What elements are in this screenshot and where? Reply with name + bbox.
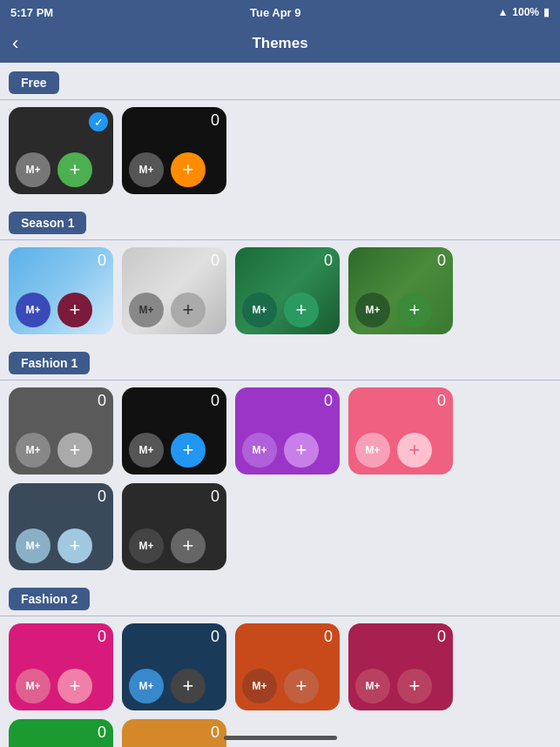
status-bar: 5:17 PM Tue Apr 9 ▲ 100% ▮ bbox=[0, 0, 560, 24]
plus-btn-f2-2[interactable]: + bbox=[171, 669, 206, 703]
plus-btn-f1-6[interactable]: + bbox=[171, 528, 206, 563]
count-free-2: 0 bbox=[211, 112, 219, 128]
section-fashion1-label: Fashion 1 bbox=[9, 352, 90, 374]
count-season-2: 0 bbox=[211, 252, 219, 268]
battery-label: 100% bbox=[512, 6, 539, 18]
buttons-row-season-4: M+ + bbox=[355, 293, 446, 327]
buttons-row-free-1: M+ + bbox=[16, 152, 106, 187]
theme-free-2[interactable]: 0 M+ + bbox=[122, 107, 226, 194]
section-season1-label: Season 1 bbox=[9, 212, 86, 234]
count-f2-3: 0 bbox=[324, 629, 333, 644]
section-free-label: Free bbox=[9, 71, 59, 94]
season1-grid: 0 M+ + 0 M+ + 0 M+ + bbox=[0, 247, 560, 343]
m-plus-btn-season-3[interactable]: M+ bbox=[242, 293, 277, 327]
buttons-row-f1-4: M+ + bbox=[355, 433, 446, 468]
nav-bar: ‹ Themes bbox=[0, 24, 560, 63]
count-f1-1: 0 bbox=[98, 393, 106, 408]
theme-f2-1[interactable]: 0 M+ + bbox=[9, 623, 113, 710]
count-season-3: 0 bbox=[324, 252, 333, 268]
theme-season-1[interactable]: 0 M+ + bbox=[9, 247, 113, 334]
m-plus-btn-f2-2[interactable]: M+ bbox=[129, 669, 164, 703]
theme-f2-5[interactable]: 0 M+ + bbox=[9, 719, 113, 747]
battery-icon: ▮ bbox=[543, 6, 550, 18]
theme-f1-3[interactable]: 0 M+ + bbox=[235, 387, 340, 474]
home-indicator bbox=[224, 736, 337, 740]
section-fashion2: Fashion 2 0 M+ + 0 M+ + 0 M+ bbox=[0, 579, 560, 747]
buttons-row-f2-4: M+ + bbox=[355, 669, 446, 703]
plus-btn-season-2[interactable]: + bbox=[171, 293, 206, 327]
plus-btn-free-2[interactable]: + bbox=[171, 152, 206, 187]
theme-f2-3[interactable]: 0 M+ + bbox=[235, 623, 340, 710]
plus-btn-season-4[interactable]: + bbox=[397, 293, 432, 327]
check-badge: ✓ bbox=[89, 112, 108, 131]
buttons-row-season-2: M+ + bbox=[129, 293, 219, 327]
plus-btn-f1-2[interactable]: + bbox=[171, 433, 206, 468]
m-plus-btn-f1-3[interactable]: M+ bbox=[242, 433, 277, 468]
plus-btn-f2-4[interactable]: + bbox=[397, 669, 432, 703]
fashion2-grid: 0 M+ + 0 M+ + 0 M+ + bbox=[0, 623, 560, 747]
plus-btn-f1-4[interactable]: + bbox=[397, 433, 432, 468]
section-fashion1: Fashion 1 0 M+ + 0 M+ + 0 M+ bbox=[0, 343, 560, 579]
theme-f1-5[interactable]: 0 M+ + bbox=[9, 483, 113, 570]
section-season1: Season 1 0 M+ + 0 M+ + 0 bbox=[0, 203, 560, 343]
free-grid: ✓ M+ + 0 M+ + bbox=[0, 107, 560, 203]
count-season-1: 0 bbox=[98, 252, 106, 268]
m-plus-btn-f1-2[interactable]: M+ bbox=[129, 433, 164, 468]
plus-btn-free-1[interactable]: + bbox=[57, 152, 92, 187]
theme-f1-2[interactable]: 0 M+ + bbox=[122, 387, 226, 474]
status-right: ▲ 100% ▮ bbox=[497, 6, 550, 18]
plus-btn-f1-3[interactable]: + bbox=[284, 433, 319, 468]
count-f1-3: 0 bbox=[324, 393, 333, 408]
buttons-row-f2-3: M+ + bbox=[242, 669, 333, 703]
plus-btn-f2-3[interactable]: + bbox=[284, 669, 319, 703]
buttons-row-free-2: M+ + bbox=[129, 152, 219, 187]
theme-free-1[interactable]: ✓ M+ + bbox=[9, 107, 113, 194]
buttons-row-f1-2: M+ + bbox=[129, 433, 219, 468]
theme-f2-4[interactable]: 0 M+ + bbox=[348, 623, 453, 710]
count-f2-2: 0 bbox=[211, 629, 219, 644]
count-f1-5: 0 bbox=[98, 488, 106, 504]
theme-season-2[interactable]: 0 M+ + bbox=[122, 247, 226, 334]
plus-btn-season-3[interactable]: + bbox=[284, 293, 319, 327]
m-plus-btn-free-1[interactable]: M+ bbox=[16, 152, 51, 187]
section-free: Free ✓ M+ + 0 M+ + bbox=[0, 63, 560, 203]
count-f1-6: 0 bbox=[211, 488, 219, 504]
theme-f2-2[interactable]: 0 M+ + bbox=[122, 623, 226, 710]
theme-season-4[interactable]: 0 M+ + bbox=[348, 247, 453, 334]
m-plus-btn-season-1[interactable]: M+ bbox=[16, 293, 51, 327]
plus-btn-f1-1[interactable]: + bbox=[57, 433, 92, 468]
plus-btn-f1-5[interactable]: + bbox=[57, 528, 92, 563]
buttons-row-f1-1: M+ + bbox=[16, 433, 106, 468]
theme-f1-4[interactable]: 0 M+ + bbox=[348, 387, 453, 474]
count-season-4: 0 bbox=[437, 252, 446, 268]
back-button[interactable]: ‹ bbox=[12, 32, 18, 55]
m-plus-btn-f1-5[interactable]: M+ bbox=[16, 528, 51, 563]
plus-btn-season-1[interactable]: + bbox=[57, 293, 92, 327]
buttons-row-f1-5: M+ + bbox=[16, 528, 106, 563]
m-plus-btn-f1-4[interactable]: M+ bbox=[355, 433, 390, 468]
theme-season-3[interactable]: 0 M+ + bbox=[235, 247, 340, 334]
buttons-row-season-3: M+ + bbox=[242, 293, 333, 327]
m-plus-btn-f1-1[interactable]: M+ bbox=[16, 433, 51, 468]
m-plus-btn-f2-1[interactable]: M+ bbox=[16, 669, 51, 703]
theme-f2-6[interactable]: 0 M+ + bbox=[122, 719, 226, 747]
theme-f1-1[interactable]: 0 M+ + bbox=[9, 387, 113, 474]
theme-f1-6[interactable]: 0 M+ + bbox=[122, 483, 226, 570]
count-f2-6: 0 bbox=[211, 724, 219, 740]
m-plus-btn-free-2[interactable]: M+ bbox=[129, 152, 164, 187]
section-divider-fashion2 bbox=[0, 616, 560, 616]
buttons-row-f1-6: M+ + bbox=[129, 528, 219, 563]
fashion1-grid: 0 M+ + 0 M+ + 0 M+ + bbox=[0, 387, 560, 579]
status-time: 5:17 PM bbox=[10, 6, 53, 19]
section-fashion2-label: Fashion 2 bbox=[9, 588, 90, 610]
section-divider bbox=[0, 99, 560, 100]
m-plus-btn-f2-3[interactable]: M+ bbox=[242, 669, 277, 703]
plus-btn-f2-1[interactable]: + bbox=[57, 669, 92, 703]
m-plus-btn-season-4[interactable]: M+ bbox=[355, 293, 390, 327]
scroll-content: Free ✓ M+ + 0 M+ + Season bbox=[0, 63, 560, 747]
m-plus-btn-f1-6[interactable]: M+ bbox=[129, 528, 164, 563]
count-f2-5: 0 bbox=[98, 724, 106, 740]
count-f2-4: 0 bbox=[437, 629, 446, 644]
m-plus-btn-season-2[interactable]: M+ bbox=[129, 293, 164, 327]
m-plus-btn-f2-4[interactable]: M+ bbox=[355, 669, 390, 703]
